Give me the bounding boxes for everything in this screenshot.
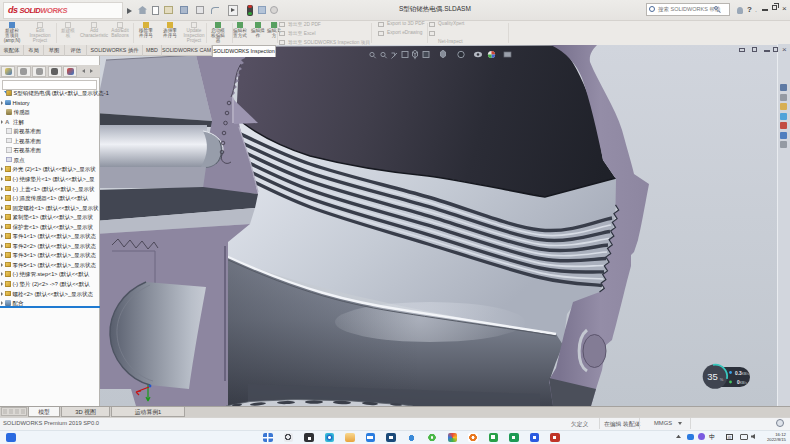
svg-text:0KB/s: 0KB/s [737,380,747,385]
svg-text:0.3KB/s: 0.3KB/s [735,371,749,376]
svg-text:%: % [720,377,724,382]
svg-text:35: 35 [707,371,718,382]
